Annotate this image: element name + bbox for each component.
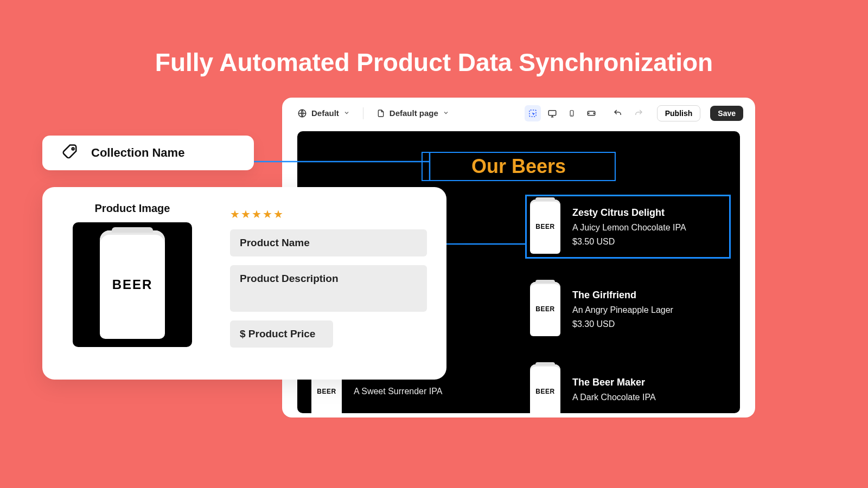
chevron-down-icon: [443, 108, 449, 118]
product-price: $3.50 USD: [572, 237, 686, 247]
device-preview-group: [525, 105, 599, 121]
theme-label: Default: [311, 108, 339, 118]
globe-icon: [297, 108, 307, 118]
svg-point-9: [72, 147, 74, 150]
products-column-right: BEER Zesty Citrus Delight A Juicy Lemon …: [527, 196, 729, 413]
theme-picker[interactable]: Default: [297, 108, 350, 118]
product-editor-card: Product Image BEER ★★★★★ Product Name Pr…: [42, 187, 446, 380]
star-rating: ★★★★★: [230, 208, 427, 221]
product-name: Zesty Citrus Delight: [572, 207, 686, 219]
toolbar-separator: [363, 107, 363, 119]
product-image-title: Product Image: [95, 202, 170, 215]
product-name: The Beer Maker: [572, 377, 656, 388]
product-description-field[interactable]: Product Description: [230, 265, 427, 312]
redo-button[interactable]: [631, 106, 646, 121]
product-desc: A Juicy Lemon Chocolate IPA: [572, 223, 686, 233]
publish-button[interactable]: Publish: [657, 105, 701, 121]
page-headline: Fully Automated Product Data Synchroniza…: [0, 48, 868, 77]
beer-can-icon: BEER: [100, 230, 165, 339]
collection-name-pill[interactable]: Collection Name: [42, 136, 254, 170]
svg-point-4: [571, 115, 572, 115]
save-button[interactable]: Save: [710, 106, 743, 121]
mobile-icon[interactable]: [564, 105, 580, 121]
product-price: $3.30 USD: [572, 319, 673, 329]
collection-name-label: Collection Name: [91, 146, 184, 160]
editor-toolbar: Default Default page: [282, 98, 755, 129]
product-row-selected[interactable]: BEER Zesty Citrus Delight A Juicy Lemon …: [525, 195, 731, 259]
section-title: Our Beers: [471, 155, 566, 178]
product-row[interactable]: BEER The Girlfriend An Angry Pineapple L…: [527, 279, 729, 339]
product-desc: A Dark Chocolate IPA: [572, 393, 656, 402]
undo-button[interactable]: [610, 106, 626, 121]
fullwidth-icon[interactable]: [583, 105, 599, 121]
page-label: Default page: [390, 108, 438, 118]
product-name-field[interactable]: Product Name: [230, 229, 427, 256]
page-icon: [376, 108, 385, 118]
beer-can-icon: BEER: [530, 200, 560, 254]
svg-rect-2: [548, 110, 556, 115]
beer-can-icon: BEER: [530, 282, 560, 336]
product-price-field[interactable]: $ Product Price: [230, 320, 333, 348]
beer-can-icon: BEER: [530, 364, 560, 413]
product-image-preview[interactable]: BEER: [73, 222, 192, 347]
product-row[interactable]: BEER The Beer Maker A Dark Chocolate IPA: [527, 361, 729, 413]
chevron-down-icon: [343, 108, 350, 118]
tag-icon: [62, 144, 78, 162]
product-name: The Girlfriend: [572, 290, 673, 301]
page-picker[interactable]: Default page: [376, 108, 449, 118]
cursor-select-icon[interactable]: [525, 105, 541, 121]
desktop-icon[interactable]: [544, 105, 560, 121]
product-desc: An Angry Pineapple Lager: [572, 305, 673, 315]
product-desc: A Sweet Surrender IPA: [354, 387, 442, 396]
section-title-frame[interactable]: Our Beers: [422, 152, 616, 181]
